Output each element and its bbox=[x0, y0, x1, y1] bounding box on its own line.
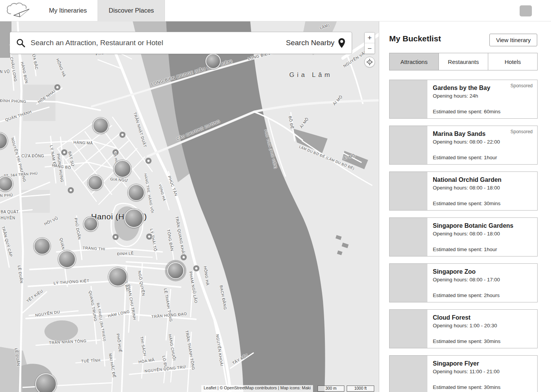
card-title: Singapore Flyer bbox=[433, 360, 533, 367]
card-title: National Orchid Garden bbox=[433, 176, 533, 183]
card-body: Cloud Forest Opening hours: 1:00 - 20:30… bbox=[427, 310, 537, 348]
zoom-control: + − bbox=[364, 32, 375, 54]
card-body: Singapore Flyer Opening hours: 11:00 - 2… bbox=[427, 356, 537, 392]
card-time-spent: Estimated time spent: 2hours bbox=[433, 292, 500, 298]
card-image-placeholder bbox=[390, 80, 427, 118]
map-photo-marker[interactable] bbox=[58, 250, 76, 268]
card-time-spent: Estimated time spent: 1hour bbox=[433, 247, 497, 252]
card-body: Singapore Zoo Opening hours: 08:00 - 17:… bbox=[427, 264, 537, 302]
card-body: Sponsored Marina Bay Sands Opening hours… bbox=[427, 126, 537, 164]
nav-tab-discover-places[interactable]: Discover Places bbox=[98, 0, 165, 21]
district-label: Gia Lâm bbox=[289, 71, 333, 79]
map-photo-marker[interactable] bbox=[124, 209, 143, 228]
panel-title: My Bucketlist bbox=[389, 34, 441, 43]
map-photo-marker[interactable] bbox=[108, 267, 127, 286]
card-time-spent: Estimated time spent: 30mins bbox=[433, 201, 500, 206]
map-photo-marker[interactable] bbox=[128, 184, 145, 201]
card-image-placeholder bbox=[390, 126, 427, 164]
zoom-out-button[interactable]: − bbox=[365, 43, 375, 54]
card-opening-hours: Opening hours: 08:00 - 17:00 bbox=[433, 277, 533, 283]
card-time-spent: Estimated time spent: 1hour bbox=[433, 155, 497, 160]
search-icon bbox=[16, 38, 25, 47]
street-label: CHUYỀN bbox=[0, 216, 15, 220]
tab-restaurants[interactable]: Restaurants bbox=[439, 53, 488, 70]
map-photo-marker[interactable] bbox=[167, 262, 184, 279]
bucketlist-card[interactable]: Singapore Botanic Gardens Opening hours:… bbox=[389, 217, 538, 256]
street-label: ĐINH LỀ bbox=[117, 251, 134, 256]
location-pin-icon bbox=[338, 38, 346, 48]
card-time-spent: Estimated time spent: 30mins bbox=[433, 338, 500, 344]
paper-plane-cloud-icon bbox=[5, 2, 33, 19]
bucketlist-tabs: Attractions Restaurants Hotels bbox=[389, 53, 538, 70]
avatar[interactable] bbox=[520, 5, 532, 16]
card-time-spent: Estimated time spent: 60mins bbox=[433, 109, 500, 114]
card-image-placeholder bbox=[390, 310, 427, 348]
search-nearby-button[interactable]: Search Nearby bbox=[280, 38, 346, 48]
search-nearby-label: Search Nearby bbox=[286, 39, 334, 47]
attribution-text: | © bbox=[216, 385, 224, 390]
map[interactable]: LONG BIEN BRIDGE (CẦU LONG BIÊN)LONG BIÊ… bbox=[0, 21, 379, 392]
bucketlist-card[interactable]: Singapore Zoo Opening hours: 08:00 - 17:… bbox=[389, 263, 538, 302]
bucketlist-card[interactable]: Singapore Flyer Opening hours: 11:00 - 2… bbox=[389, 355, 538, 392]
map-photo-marker[interactable] bbox=[205, 54, 221, 69]
card-body: Singapore Botanic Gardens Opening hours:… bbox=[427, 218, 537, 256]
app-logo bbox=[0, 0, 38, 21]
crosshair-icon bbox=[366, 59, 373, 65]
card-body: National Orchid Garden Opening hours: 08… bbox=[427, 172, 537, 210]
map-attribution: Leaflet | © OpenStreetMap contributors |… bbox=[201, 385, 313, 392]
street-label: O BA QUÁT bbox=[0, 210, 19, 214]
bucketlist-panel: My Bucketlist View Itinerary Attractions… bbox=[379, 21, 551, 392]
zoom-in-button[interactable]: + bbox=[365, 33, 375, 43]
card-time-spent: Estimated time spent: 30mins bbox=[433, 384, 500, 390]
bucketlist-cards: Sponsored Gardens by the Bay Opening hou… bbox=[389, 80, 538, 392]
nav-tab-my-itineraries[interactable]: My Itineraries bbox=[38, 0, 98, 21]
scale-bar-metric: 300 m bbox=[318, 385, 344, 392]
search-input[interactable] bbox=[31, 39, 280, 47]
map-search-bar: Search Nearby bbox=[10, 32, 352, 54]
tab-attractions[interactable]: Attractions bbox=[389, 53, 439, 70]
scale-bar-imperial: 1000 ft bbox=[347, 385, 374, 392]
card-image-placeholder bbox=[390, 172, 427, 210]
card-opening-hours: Opening hours: 08:00 - 22:00 bbox=[433, 139, 533, 145]
bucketlist-card[interactable]: Sponsored Gardens by the Bay Opening hou… bbox=[389, 80, 538, 119]
card-image-placeholder bbox=[390, 218, 427, 256]
sponsored-badge: Sponsored bbox=[510, 129, 533, 134]
card-title: Cloud Forest bbox=[433, 314, 533, 321]
leaflet-link[interactable]: Leaflet bbox=[204, 385, 216, 390]
tab-hotels[interactable]: Hotels bbox=[488, 53, 538, 70]
card-opening-hours: Opening hours: 08:00 - 18:00 bbox=[433, 185, 533, 191]
card-image-placeholder bbox=[390, 264, 427, 302]
card-body: Sponsored Gardens by the Bay Opening hou… bbox=[427, 80, 537, 118]
bucketlist-card[interactable]: National Orchid Garden Opening hours: 08… bbox=[389, 172, 538, 211]
bucketlist-card[interactable]: Cloud Forest Opening hours: 1:00 - 20:30… bbox=[389, 309, 538, 348]
sponsored-badge: Sponsored bbox=[510, 83, 533, 88]
card-opening-hours: Opening hours: 11:00 - 21:00 bbox=[433, 369, 533, 374]
map-photo-marker[interactable] bbox=[114, 160, 131, 178]
map-photo-marker[interactable] bbox=[83, 217, 98, 231]
locate-button[interactable] bbox=[364, 57, 375, 67]
map-photo-marker[interactable] bbox=[93, 118, 109, 134]
card-opening-hours: Opening hours: 08:00 - 18:00 bbox=[433, 231, 533, 237]
map-photo-marker[interactable] bbox=[88, 175, 103, 190]
street-label: ÂN VŨ bbox=[0, 70, 10, 74]
card-title: Singapore Botanic Gardens bbox=[433, 222, 533, 229]
osm-link[interactable]: OpenStreetMap bbox=[224, 385, 254, 390]
top-nav: My Itineraries Discover Places bbox=[0, 0, 551, 21]
card-opening-hours: Opening hours: 1:00 - 20:30 bbox=[433, 323, 533, 328]
card-opening-hours: Opening hours: 24h bbox=[433, 93, 533, 99]
card-title: Singapore Zoo bbox=[433, 268, 533, 275]
view-itinerary-button[interactable]: View Itinerary bbox=[489, 34, 537, 46]
street-label: CỬA ĐÔNG bbox=[21, 154, 44, 158]
bucketlist-card[interactable]: Sponsored Marina Bay Sands Opening hours… bbox=[389, 126, 538, 165]
maki-link[interactable]: Maki bbox=[302, 385, 311, 390]
map-photo-marker[interactable] bbox=[34, 238, 51, 255]
attribution-text: contributors | Map icons: bbox=[254, 385, 302, 390]
map-photo-marker[interactable] bbox=[35, 373, 57, 392]
card-image-placeholder bbox=[390, 356, 427, 392]
